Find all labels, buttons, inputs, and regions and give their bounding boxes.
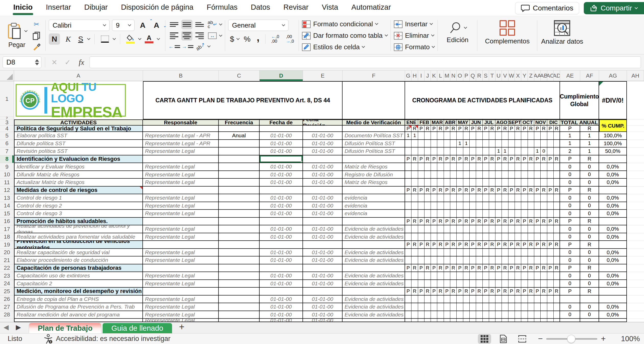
- row-header-7[interactable]: 7: [0, 148, 14, 155]
- cell-AD11[interactable]: [554, 179, 560, 187]
- cell-AA29[interactable]: [534, 319, 541, 322]
- column-header-N[interactable]: N: [450, 70, 457, 81]
- cell-Y21[interactable]: [521, 256, 528, 264]
- cell-P28[interactable]: [463, 311, 470, 319]
- cell-F15[interactable]: evidencia: [343, 210, 405, 218]
- cell-T28[interactable]: [489, 311, 495, 319]
- cell-L9[interactable]: [437, 163, 444, 171]
- addins-button[interactable]: Complementos: [480, 19, 534, 53]
- cell-H7[interactable]: [411, 148, 418, 155]
- cell-Y11[interactable]: [521, 179, 528, 187]
- cell-T27[interactable]: [489, 303, 495, 311]
- month-header-sept[interactable]: SEPT: [508, 119, 521, 126]
- cell-P5[interactable]: [463, 132, 470, 140]
- cell-AA19[interactable]: P: [534, 241, 541, 249]
- column-header-H[interactable]: H: [411, 70, 418, 81]
- cell-R27[interactable]: [476, 303, 482, 311]
- cell-J12[interactable]: R: [424, 187, 431, 194]
- cell-D28[interactable]: 01-01-00: [260, 311, 303, 319]
- column-header-T[interactable]: T: [489, 70, 495, 81]
- cell-AB18[interactable]: [541, 233, 547, 241]
- cell-S20[interactable]: [483, 249, 489, 257]
- cell-L8[interactable]: R: [437, 155, 444, 163]
- cell-G23[interactable]: [405, 272, 411, 280]
- cell-AG15[interactable]: 0,0%: [599, 210, 627, 218]
- cell-Y27[interactable]: [521, 303, 528, 311]
- cell-H20[interactable]: [411, 249, 418, 257]
- cell-Z16[interactable]: R: [528, 218, 534, 226]
- cell-AD14[interactable]: [554, 202, 560, 210]
- cell-AE29[interactable]: [560, 319, 580, 322]
- cell-T17[interactable]: [489, 225, 495, 233]
- cell-M4[interactable]: P: [444, 126, 450, 132]
- cell-L20[interactable]: [437, 249, 444, 257]
- cell-U27[interactable]: [495, 303, 502, 311]
- cell-AB16[interactable]: R: [541, 218, 547, 226]
- cell-U6[interactable]: [495, 140, 502, 148]
- cell-E7[interactable]: 01-01-00: [303, 148, 343, 155]
- cell-R6[interactable]: [476, 140, 482, 148]
- cell-AG17[interactable]: 0,0%: [599, 225, 627, 233]
- cell-AA26[interactable]: [534, 296, 541, 303]
- cell-AC16[interactable]: P: [547, 218, 554, 226]
- cell-AD12[interactable]: R: [554, 187, 560, 194]
- cell-AF13[interactable]: 0: [580, 194, 599, 202]
- cell-Q22[interactable]: P: [470, 264, 476, 272]
- cell-S24[interactable]: [483, 280, 489, 288]
- cell-AD23[interactable]: [554, 272, 560, 280]
- cell-P24[interactable]: [463, 280, 470, 288]
- cell-D22[interactable]: [260, 264, 303, 272]
- cell-P19[interactable]: R: [463, 241, 470, 249]
- cell-AD13[interactable]: [554, 194, 560, 202]
- cell-M7[interactable]: [444, 148, 450, 155]
- cell-T16[interactable]: R: [489, 218, 495, 226]
- cell-S7[interactable]: [483, 148, 489, 155]
- cell-C15[interactable]: [219, 210, 260, 218]
- cell-R17[interactable]: [476, 225, 482, 233]
- name-box[interactable]: D8: [3, 56, 41, 68]
- align-middle-button[interactable]: [181, 20, 192, 29]
- cell-AA23[interactable]: [534, 272, 541, 280]
- cell-E23[interactable]: 01-01-00: [303, 272, 343, 280]
- cell-K20[interactable]: [431, 249, 437, 257]
- cell-AF23[interactable]: 0: [580, 272, 599, 280]
- cell-AH18[interactable]: [627, 233, 644, 241]
- cell-X24[interactable]: [515, 280, 521, 288]
- cell-U25[interactable]: P: [495, 288, 502, 296]
- cell-N21[interactable]: [450, 256, 457, 264]
- cell-T6[interactable]: [489, 140, 495, 148]
- cell-G25[interactable]: P: [405, 288, 411, 296]
- cell-P14[interactable]: [463, 202, 470, 210]
- cell-S6[interactable]: [483, 140, 489, 148]
- cell-T24[interactable]: [489, 280, 495, 288]
- cell-F7[interactable]: Difusión Política SST: [343, 148, 405, 155]
- cell-AF19[interactable]: R: [580, 241, 599, 249]
- cell-C13[interactable]: [219, 194, 260, 202]
- column-header-M[interactable]: M: [444, 70, 450, 81]
- column-header-S[interactable]: S: [483, 70, 489, 81]
- cell-H26[interactable]: [411, 296, 418, 303]
- row-header-20[interactable]: 20: [0, 249, 14, 257]
- cell-J25[interactable]: R: [424, 288, 431, 296]
- cell-AB26[interactable]: [541, 296, 547, 303]
- cell-A29[interactable]: [14, 319, 143, 322]
- cell-K14[interactable]: [431, 202, 437, 210]
- cell-U18[interactable]: [495, 233, 502, 241]
- cell-AH1[interactable]: [627, 81, 644, 119]
- column-header-J[interactable]: J: [424, 70, 431, 81]
- ribbon-tab-fórmulas[interactable]: Fórmulas: [206, 1, 238, 16]
- cell-I12[interactable]: P: [418, 187, 424, 194]
- cell-R12[interactable]: R: [476, 187, 482, 194]
- cell-X11[interactable]: [515, 179, 521, 187]
- cell-R29[interactable]: [476, 319, 482, 322]
- cell-H27[interactable]: [411, 303, 418, 311]
- cell-L13[interactable]: [437, 194, 444, 202]
- cell-AC6[interactable]: [547, 140, 554, 148]
- cell-F28[interactable]: Evidencia de actividades: [343, 311, 405, 319]
- cell-L12[interactable]: R: [437, 187, 444, 194]
- cell-AA8[interactable]: P: [534, 155, 541, 163]
- cell-AG28[interactable]: 0,0%: [599, 311, 627, 319]
- cell-AB8[interactable]: R: [541, 155, 547, 163]
- cell-U29[interactable]: [495, 319, 502, 322]
- cell-P25[interactable]: R: [463, 288, 470, 296]
